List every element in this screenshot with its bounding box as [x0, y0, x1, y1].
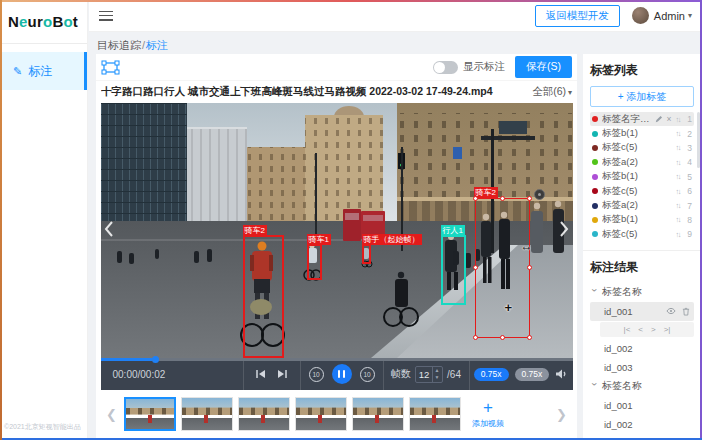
trash-icon[interactable] — [682, 307, 690, 316]
next-frame-icon[interactable] — [277, 369, 288, 379]
back-to-model-dev-button[interactable]: 返回模型开发 — [535, 5, 620, 27]
tag-row[interactable]: 标签b(1) ↑↓ 8 — [590, 213, 694, 227]
prev-page-icon[interactable]: < — [638, 325, 643, 334]
volume-icon[interactable] — [555, 368, 568, 380]
result-item[interactable]: id_003 — [590, 358, 694, 377]
bbox-cyclist1[interactable]: 骑车1 — [307, 244, 322, 280]
result-item[interactable]: id_002 — [590, 415, 694, 434]
resize-handle[interactable] — [473, 196, 478, 201]
resize-handle[interactable] — [473, 265, 478, 270]
visibility-icon[interactable] — [666, 307, 676, 315]
filter-dropdown[interactable]: 全部(6) ▾ — [532, 85, 572, 99]
rewind-10-icon[interactable]: 10 — [309, 367, 324, 382]
sort-icon[interactable]: ↑↓ — [676, 201, 681, 210]
tag-color-dot — [592, 145, 598, 151]
tag-row[interactable]: 标签c(5) ↑↓ 9 — [590, 227, 694, 241]
tag-row[interactable]: 标签a(2) ↑↓ 4 — [590, 155, 694, 169]
sort-icon[interactable]: ↑↓ — [676, 230, 681, 239]
tag-row[interactable]: 标签b(1) ↑↓ 5 — [590, 170, 694, 184]
video-thumbnail[interactable] — [238, 397, 290, 431]
pause-button[interactable] — [332, 364, 352, 384]
tag-row[interactable]: 标签名字最长数... × ↑↓ 1 — [590, 112, 694, 126]
top-header: 返回模型开发 Admin ▾ — [89, 0, 702, 32]
tag-color-dot — [592, 116, 598, 122]
video-canvas[interactable]: 骑车2 骑车1 骑手（起始帧） 行人1 骑车2 + ↔ — [101, 103, 573, 358]
chevron-icon: › — [589, 382, 600, 390]
sort-icon[interactable]: ↑↓ — [676, 143, 681, 152]
sort-icon[interactable]: ↑↓ — [676, 129, 681, 138]
video-progress-bar[interactable] — [101, 358, 573, 361]
frame-stepper[interactable]: ▲▼ — [415, 366, 443, 383]
prev-video-chevron[interactable] — [104, 221, 114, 237]
result-item-selected[interactable]: id_001 — [590, 302, 694, 321]
filmstrip-prev-chevron[interactable]: ❮ — [104, 407, 119, 422]
result-group[interactable]: › 标签名称 — [590, 377, 694, 396]
result-group[interactable]: › 标签名称 — [590, 283, 694, 302]
stepper-down-icon[interactable]: ▼ — [433, 374, 441, 382]
tag-row[interactable]: 标签a(2) ↑↓ 7 — [590, 198, 694, 212]
first-page-icon[interactable]: |< — [624, 325, 631, 334]
filter-value: 全部(6) — [532, 85, 566, 99]
bbox-rider-startframe[interactable]: 骑手（起始帧） — [362, 244, 371, 264]
video-thumbnail[interactable] — [181, 397, 233, 431]
tag-order: 5 — [684, 172, 692, 182]
toggle-knob — [434, 62, 445, 73]
show-annotation-toggle[interactable] — [433, 61, 458, 74]
username[interactable]: Admin — [654, 10, 685, 22]
bbox-tool-icon[interactable] — [101, 60, 120, 75]
video-thumbnail[interactable] — [124, 397, 176, 431]
add-video-button[interactable]: + 添加视频 — [466, 394, 510, 434]
breadcrumb-parent[interactable]: 目标追踪 — [97, 39, 141, 51]
resize-handle[interactable] — [473, 335, 478, 340]
save-button[interactable]: 保存(S) — [515, 56, 572, 78]
resize-handle[interactable] — [500, 196, 505, 201]
add-video-label: 添加视频 — [472, 418, 504, 429]
frame-input[interactable] — [416, 367, 432, 382]
next-page-icon[interactable]: > — [651, 325, 656, 334]
tag-color-dot — [592, 231, 598, 237]
edit-icon[interactable] — [655, 115, 663, 123]
annotation-results-title: 标注结果 — [590, 259, 694, 276]
stepper-up-icon[interactable]: ▲ — [433, 367, 441, 375]
tag-row[interactable]: 标签c(5) ↑↓ 6 — [590, 184, 694, 198]
result-id: id_002 — [604, 343, 633, 354]
menu-collapse-icon[interactable] — [99, 11, 113, 21]
results-tree: › 标签名称 id_001 |< < > >| id_002 id_003 › … — [590, 283, 694, 440]
bbox-pedestrian1[interactable]: 行人1 — [441, 235, 466, 305]
bbox-label: 骑车1 — [307, 234, 331, 245]
sort-icon[interactable]: ↑↓ — [676, 158, 681, 167]
last-page-icon[interactable]: >| — [664, 325, 671, 334]
video-thumbnail[interactable] — [295, 397, 347, 431]
resize-handle[interactable] — [527, 335, 532, 340]
tag-row[interactable]: 标签c(5) ↑↓ 3 — [590, 141, 694, 155]
sort-icon[interactable]: ↑↓ — [676, 172, 681, 181]
annotation-toolbar: 显示标注 保存(S) — [96, 54, 577, 80]
bbox-cyclist2-selected[interactable]: 骑车2 — [475, 198, 530, 338]
add-tag-button[interactable]: + 添加标签 — [590, 86, 694, 107]
avatar[interactable] — [632, 7, 649, 24]
result-item[interactable]: id_001 — [590, 396, 694, 415]
close-icon[interactable]: × — [667, 114, 672, 124]
logo-letter: o — [43, 13, 52, 30]
filmstrip-next-chevron[interactable]: ❯ — [554, 407, 569, 422]
sort-icon[interactable]: ↑↓ — [676, 115, 681, 124]
video-thumbnail[interactable] — [409, 397, 461, 431]
video-thumbnail[interactable] — [352, 397, 404, 431]
speed-pill-active[interactable]: 0.75x — [474, 368, 509, 381]
resize-cursor-icon: ↔ — [521, 239, 533, 253]
sidebar-item-annotate[interactable]: ✎ 标注 — [0, 52, 87, 90]
bbox-cyclist2[interactable]: 骑车2 — [243, 235, 284, 358]
sort-icon[interactable]: ↑↓ — [676, 215, 681, 224]
resize-handle[interactable] — [500, 335, 505, 340]
logo-letter: u — [28, 13, 37, 30]
resize-handle[interactable] — [527, 196, 532, 201]
tag-row[interactable]: 标签b(1) ↑↓ 2 — [590, 126, 694, 140]
result-item[interactable]: id_002 — [590, 339, 694, 358]
sort-icon[interactable]: ↑↓ — [676, 187, 681, 196]
forward-10-icon[interactable]: 10 — [360, 367, 375, 382]
speed-pill-secondary[interactable]: 0.75x — [515, 368, 550, 381]
next-video-chevron[interactable] — [559, 221, 569, 237]
copyright-text: ©2021北京矩视智能出品 — [4, 422, 81, 432]
resize-handle[interactable] — [527, 265, 532, 270]
prev-frame-icon[interactable] — [255, 369, 266, 379]
